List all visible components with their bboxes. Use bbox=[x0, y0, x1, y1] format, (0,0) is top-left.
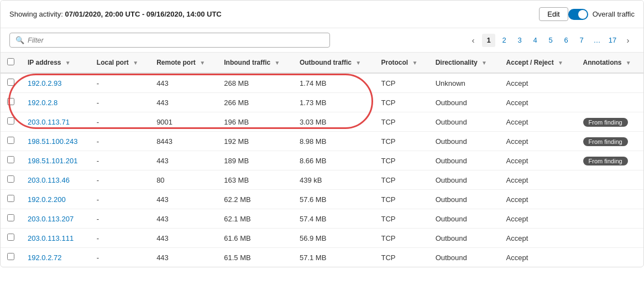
table-row: 198.51.101.201 - 443 189 MB 8.66 MB TCP … bbox=[1, 151, 643, 170]
row-directionality: Outbound bbox=[429, 112, 500, 132]
ip-link[interactable]: 198.51.100.243 bbox=[28, 137, 77, 146]
row-local-port: - bbox=[90, 229, 150, 248]
row-protocol: TCP bbox=[375, 209, 429, 229]
row-checkbox-cell bbox=[1, 170, 21, 190]
page-button-ellipsis: … bbox=[590, 34, 604, 47]
row-remote-port: 443 bbox=[150, 248, 217, 267]
row-outbound: 57.1 MB bbox=[293, 248, 375, 267]
row-local-port: - bbox=[90, 151, 150, 170]
header-inbound[interactable]: Inbound traffic ▼ bbox=[217, 53, 293, 73]
row-accept-reject: Accept bbox=[500, 229, 577, 248]
table-row: 203.0.113.46 - 80 163 MB 439 kB TCP Outb… bbox=[1, 170, 643, 190]
ip-link[interactable]: 203.0.113.207 bbox=[28, 215, 74, 223]
row-remote-port: 9001 bbox=[150, 112, 217, 132]
next-page-button[interactable]: › bbox=[621, 34, 635, 47]
row-checkbox[interactable] bbox=[7, 137, 14, 144]
activity-table: IP address ▼ Local port ▼ Remote port ▼ … bbox=[1, 53, 643, 267]
row-checkbox-cell bbox=[1, 112, 21, 132]
row-annotations bbox=[577, 248, 643, 267]
row-accept-reject: Accept bbox=[500, 190, 577, 209]
header-protocol[interactable]: Protocol ▼ bbox=[375, 53, 429, 73]
row-checkbox[interactable] bbox=[7, 214, 14, 221]
table-row: 192.0.2.93 - 443 268 MB 1.74 MB TCP Unkn… bbox=[1, 73, 643, 93]
activity-range-label: Showing activity: 07/01/2020, 20:00 UTC … bbox=[9, 10, 533, 18]
row-checkbox[interactable] bbox=[7, 156, 14, 163]
row-annotations: From finding bbox=[577, 112, 643, 132]
row-checkbox-cell bbox=[1, 190, 21, 209]
page-button-4[interactable]: 4 bbox=[528, 34, 542, 47]
row-checkbox[interactable] bbox=[7, 234, 14, 241]
row-inbound: 62.1 MB bbox=[217, 209, 293, 229]
row-checkbox[interactable] bbox=[7, 79, 14, 86]
row-inbound: 268 MB bbox=[217, 73, 293, 93]
ip-link[interactable]: 203.0.113.46 bbox=[28, 176, 70, 184]
row-checkbox[interactable] bbox=[7, 117, 14, 125]
table-row: 192.0.2.8 - 443 266 MB 1.73 MB TCP Outbo… bbox=[1, 93, 643, 112]
row-ip: 192.0.2.93 bbox=[21, 73, 90, 93]
select-all-checkbox[interactable] bbox=[7, 58, 14, 65]
ip-link[interactable]: 192.0.2.8 bbox=[28, 99, 57, 107]
row-inbound: 189 MB bbox=[217, 151, 293, 170]
header-checkbox-col bbox=[1, 53, 21, 73]
row-protocol: TCP bbox=[375, 93, 429, 112]
ip-link[interactable]: 203.0.113.71 bbox=[28, 118, 70, 126]
row-ip: 203.0.113.207 bbox=[21, 209, 90, 229]
page-button-2[interactable]: 2 bbox=[498, 34, 511, 47]
row-directionality: Outbound bbox=[429, 132, 500, 151]
overall-traffic-label: Overall traffic bbox=[593, 10, 635, 18]
header-annotations[interactable]: Annotations ▼ bbox=[577, 53, 643, 73]
page-button-17[interactable]: 17 bbox=[606, 34, 619, 47]
row-remote-port: 443 bbox=[150, 229, 217, 248]
page-button-5[interactable]: 5 bbox=[544, 34, 557, 47]
prev-page-button[interactable]: ‹ bbox=[467, 34, 480, 47]
row-directionality: Outbound bbox=[429, 93, 500, 112]
overall-traffic-control: Overall traffic bbox=[568, 9, 635, 20]
row-checkbox-cell bbox=[1, 132, 21, 151]
row-checkbox[interactable] bbox=[7, 98, 14, 105]
row-remote-port: 8443 bbox=[150, 132, 217, 151]
page-button-6[interactable]: 6 bbox=[559, 34, 573, 47]
sort-icon-local-port: ▼ bbox=[133, 60, 138, 66]
table-row: 192.0.2.200 - 443 62.2 MB 57.6 MB TCP Ou… bbox=[1, 190, 643, 209]
header-accept-reject[interactable]: Accept / Reject ▼ bbox=[500, 53, 577, 73]
header-remote-port[interactable]: Remote port ▼ bbox=[150, 53, 217, 73]
row-outbound: 8.98 MB bbox=[293, 132, 375, 151]
overall-traffic-toggle[interactable] bbox=[568, 9, 588, 20]
header-outbound[interactable]: Outbound traffic ▼ bbox=[293, 53, 375, 73]
row-ip: 198.51.100.243 bbox=[21, 132, 90, 151]
edit-button[interactable]: Edit bbox=[539, 7, 568, 21]
row-outbound: 1.73 MB bbox=[293, 93, 375, 112]
row-checkbox-cell bbox=[1, 151, 21, 170]
header-ip[interactable]: IP address ▼ bbox=[21, 53, 90, 73]
main-container: Showing activity: 07/01/2020, 20:00 UTC … bbox=[0, 0, 644, 267]
pagination: ‹ 1 2 3 4 5 6 7 … 17 › bbox=[467, 34, 635, 47]
row-directionality: Outbound bbox=[429, 190, 500, 209]
ip-link[interactable]: 192.0.2.93 bbox=[28, 79, 61, 87]
ip-link[interactable]: 192.0.2.72 bbox=[28, 253, 61, 262]
row-directionality: Unknown bbox=[429, 73, 500, 93]
row-checkbox[interactable] bbox=[7, 253, 14, 260]
page-button-3[interactable]: 3 bbox=[513, 34, 526, 47]
filter-input[interactable] bbox=[28, 36, 324, 44]
row-annotations bbox=[577, 73, 643, 93]
header-local-port[interactable]: Local port ▼ bbox=[90, 53, 150, 73]
ip-link[interactable]: 192.0.2.200 bbox=[28, 195, 66, 204]
row-local-port: - bbox=[90, 132, 150, 151]
row-local-port: - bbox=[90, 73, 150, 93]
date-range: 07/01/2020, 20:00 UTC - 09/16/2020, 14:0… bbox=[65, 10, 221, 18]
row-protocol: TCP bbox=[375, 132, 429, 151]
row-inbound: 62.2 MB bbox=[217, 190, 293, 209]
header-directionality[interactable]: Directionality ▼ bbox=[429, 53, 500, 73]
row-checkbox[interactable] bbox=[7, 195, 14, 202]
sort-icon-outbound: ▼ bbox=[355, 60, 361, 66]
row-checkbox-cell bbox=[1, 93, 21, 112]
ip-link[interactable]: 203.0.113.111 bbox=[28, 234, 74, 242]
row-checkbox[interactable] bbox=[7, 175, 14, 183]
annotation-badge: From finding bbox=[583, 137, 628, 146]
ip-link[interactable]: 198.51.101.201 bbox=[28, 157, 77, 165]
table-row: 192.0.2.72 - 443 61.5 MB 57.1 MB TCP Out… bbox=[1, 248, 643, 267]
page-button-1[interactable]: 1 bbox=[482, 34, 495, 47]
page-button-7[interactable]: 7 bbox=[575, 34, 588, 47]
row-directionality: Outbound bbox=[429, 248, 500, 267]
toolbar: 🔍 ‹ 1 2 3 4 5 6 7 … 17 › bbox=[1, 28, 643, 53]
